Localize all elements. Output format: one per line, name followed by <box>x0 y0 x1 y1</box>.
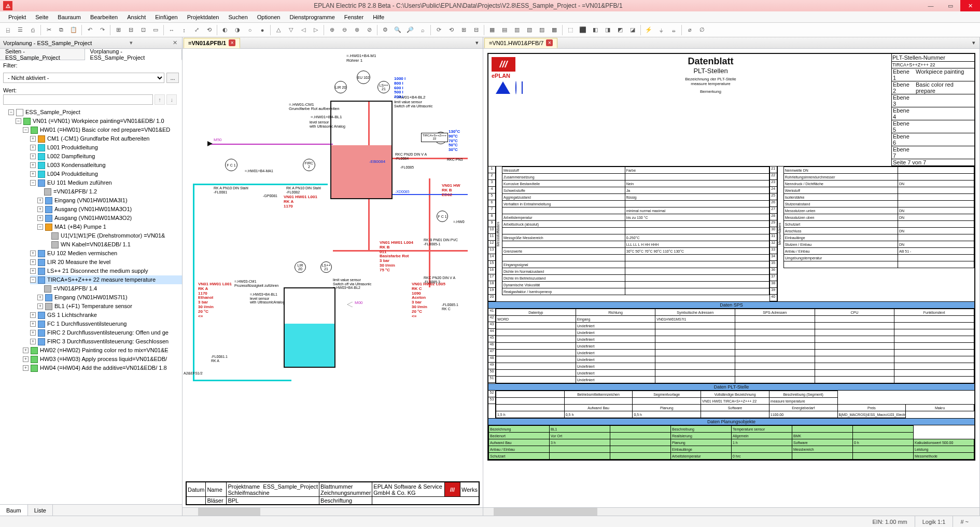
toolbar-btn[interactable]: ∅ <box>696 24 708 36</box>
tree-ls21[interactable]: LS++ 21 Disconnect the medium supply <box>47 267 148 275</box>
toolbar-btn[interactable]: ⎙ <box>27 24 38 36</box>
tree-l002[interactable]: L002 Dampfleitung <box>47 152 95 161</box>
toolbar-btn[interactable]: ◩ <box>614 24 626 36</box>
toolbar-btn[interactable]: ⊖ <box>339 24 350 36</box>
menu-dienstprogramme[interactable]: Dienstprogramme <box>285 11 339 22</box>
symbol-firc2[interactable]: FIRC 2 <box>303 159 315 171</box>
menu-suchen[interactable]: Suchen <box>224 11 251 22</box>
tab-liste[interactable]: Liste <box>28 505 53 516</box>
tree-hw03[interactable]: HW03 (=HW03) Apply process liquid=VN01&E… <box>40 355 167 364</box>
tree-l004[interactable]: L004 Produktleitung <box>47 170 98 178</box>
tree-firc3[interactable]: FIRC 3 Durchflussventilsteuerung: Geschl… <box>47 337 169 346</box>
toolbar-btn[interactable]: △ <box>273 24 284 36</box>
tree-hw01[interactable]: HW01 (=HW01) Basic color red prepare=VN0… <box>40 126 170 134</box>
pane1-scroll[interactable] <box>183 507 483 516</box>
maximize-button[interactable]: ▭ <box>941 0 960 11</box>
toolbar-btn[interactable]: ↕ <box>178 24 190 36</box>
menu-ansicht[interactable]: Ansicht <box>123 11 150 22</box>
tree-ausgang-ma3o1[interactable]: Ausgang (VN01HW01MA3O1) <box>54 205 132 214</box>
tree-cm1[interactable]: CM1 (-CM1) Grundfarbe Rot aufbereiten <box>47 134 149 143</box>
pane1-doc-tab[interactable]: =VN01&PFB/1 × <box>184 38 240 48</box>
navigator-close-icon[interactable]: ✕ <box>171 39 179 47</box>
toolbar-btn[interactable]: ◑ <box>232 24 243 36</box>
navigator-tree[interactable]: −ESS_Sample_Project −VN01 (=VN01) Workpi… <box>0 107 182 504</box>
tree-firc2[interactable]: FIRC 2 Durchflussventilsteuerung: Offen … <box>47 328 169 337</box>
toolbar-btn[interactable]: ↔ <box>166 24 177 36</box>
symbol-ls21[interactable]: LS++ 21 <box>377 81 390 93</box>
menu-projekt[interactable]: Projekt <box>4 11 30 22</box>
toolbar-btn[interactable]: ✂ <box>43 24 54 36</box>
toolbar-btn[interactable]: ⊟ <box>125 24 136 36</box>
tree-ma1[interactable]: MA1 (+B4) Pumpe 1 <box>54 223 106 231</box>
toolbar-btn[interactable]: ▭ <box>150 24 161 36</box>
toolbar-btn[interactable]: ▥ <box>511 24 523 36</box>
toolbar-btn[interactable]: ● <box>257 24 268 36</box>
tree-ma1-motor[interactable]: U1¦V1¦W1¦PE (Drehstrommotor) =VN01& <box>61 231 165 240</box>
menu-bauraum[interactable]: Bauraum <box>53 11 85 22</box>
menu-optionen[interactable]: Optionen <box>253 11 285 22</box>
toolbar-btn[interactable]: ◐ <box>219 24 231 36</box>
toolbar-btn[interactable]: ⊗ <box>351 24 362 36</box>
symbol-fc1[interactable]: F C 1 <box>225 159 237 171</box>
tree-root[interactable]: ESS_Sample_Project <box>25 108 80 117</box>
menu-projektdaten[interactable]: Projektdaten <box>183 11 223 22</box>
symbol-fc-right[interactable]: F C 1 <box>437 211 448 222</box>
tree-gs1[interactable]: GS 1 Lichtschranke <box>47 311 97 320</box>
tree-hw04[interactable]: HW04 (=HW04) Add the additive=VN01&EDB/ … <box>40 364 167 372</box>
tree-tirca22-page[interactable]: =VN01&PFB/ 1.4 <box>53 284 97 293</box>
menu-einfügen[interactable]: Einfügen <box>151 11 181 22</box>
value-down-icon[interactable]: ↓ <box>166 94 177 105</box>
toolbar-btn[interactable]: ⏛ <box>668 24 679 36</box>
pane1-tab-close-icon[interactable]: × <box>229 39 235 46</box>
tree-l001[interactable]: L001 Produktleitung <box>47 143 98 152</box>
tree-bl1[interactable]: BL1 (+F1) Temperature sensor <box>54 302 132 311</box>
symbol-eu102[interactable]: EU 102 <box>357 71 370 84</box>
toolbar-btn[interactable]: ▨ <box>536 24 548 36</box>
toolbar-btn[interactable]: 🔍 <box>392 24 403 36</box>
tree-ausgang-ma3o2[interactable]: Ausgang (VN01HW01MA3O2) <box>54 214 132 223</box>
toolbar-btn[interactable]: ⚡ <box>643 24 654 36</box>
symbol-lir20[interactable]: LIR 20 <box>334 81 347 93</box>
menu-hilfe[interactable]: Hilfe <box>369 11 388 22</box>
pane2-canvas[interactable]: /// ePLAN Datenblatt PLT-Stelle <box>483 49 979 507</box>
toolbar-btn[interactable]: ⌕ <box>417 24 428 36</box>
tree-fc1[interactable]: FC 1 Durchflussventilsteuerung <box>47 320 127 328</box>
label-tirca[interactable]: TIRCA+S++Z+++ 22 <box>421 133 448 142</box>
toolbar-btn[interactable]: ◁ <box>298 24 309 36</box>
toolbar-btn[interactable]: ▧ <box>524 24 535 36</box>
toolbar-btn[interactable]: 🔎 <box>404 24 416 36</box>
tab-baum[interactable]: Baum <box>0 505 28 516</box>
toolbar-btn[interactable]: ⚙ <box>380 24 391 36</box>
tree-hw02[interactable]: HW02 (=HW02) Painting color red to mix=V… <box>40 346 169 355</box>
navigator-pin-icon[interactable]: ▾ <box>127 39 135 47</box>
tree-eu102[interactable]: EU 102 Medien vermischen <box>47 249 117 258</box>
toolbar-btn[interactable]: 📋 <box>68 24 79 36</box>
toolbar-btn[interactable]: ⬛ <box>577 24 589 36</box>
filter-browse-button[interactable]: ... <box>166 73 179 83</box>
pane2-scroll[interactable] <box>483 507 979 516</box>
pane2-doc-tab[interactable]: =VN01.HW01&PFB/7 × <box>484 38 557 48</box>
tree-eu101-page[interactable]: =VN01&PFB/ 1.2 <box>53 187 97 196</box>
toolbar-btn[interactable]: ⊞ <box>113 24 124 36</box>
toolbar-btn[interactable]: ↷ <box>96 24 108 36</box>
toolbar-btn[interactable]: ⊡ <box>137 24 149 36</box>
toolbar-btn[interactable]: ▽ <box>285 24 297 36</box>
pane1-tab-dropdown-icon[interactable]: ▾ <box>472 39 482 46</box>
minimize-button[interactable]: — <box>921 0 941 11</box>
toolbar-btn[interactable]: ⊘ <box>363 24 375 36</box>
toolbar-btn[interactable]: ▤ <box>499 24 510 36</box>
tab-vorplanung[interactable]: Vorplanung - ESS_Sample_Project <box>85 49 182 60</box>
toolbar-btn[interactable]: ▩ <box>549 24 560 36</box>
close-button[interactable]: ✕ <box>960 0 980 11</box>
tree-vn01[interactable]: VN01 (=VN01) Workpiece painting=VN01&EDB… <box>33 117 164 126</box>
toolbar-btn[interactable]: ⤢ <box>191 24 202 36</box>
toolbar-btn[interactable]: ⬚ <box>565 24 576 36</box>
toolbar-btn[interactable]: ◧ <box>590 24 601 36</box>
toolbar-btn[interactable]: ⟳ <box>433 24 444 36</box>
toolbar-btn[interactable]: ☰ <box>15 24 26 36</box>
toolbar-btn[interactable]: ▷ <box>310 24 321 36</box>
pane2-tab-dropdown-icon[interactable]: ▾ <box>969 39 978 46</box>
tree-eu101[interactable]: EU 101 Medium zuführen <box>47 178 112 187</box>
toolbar-btn[interactable]: ◨ <box>602 24 613 36</box>
toolbar-btn[interactable]: ▦ <box>486 24 498 36</box>
